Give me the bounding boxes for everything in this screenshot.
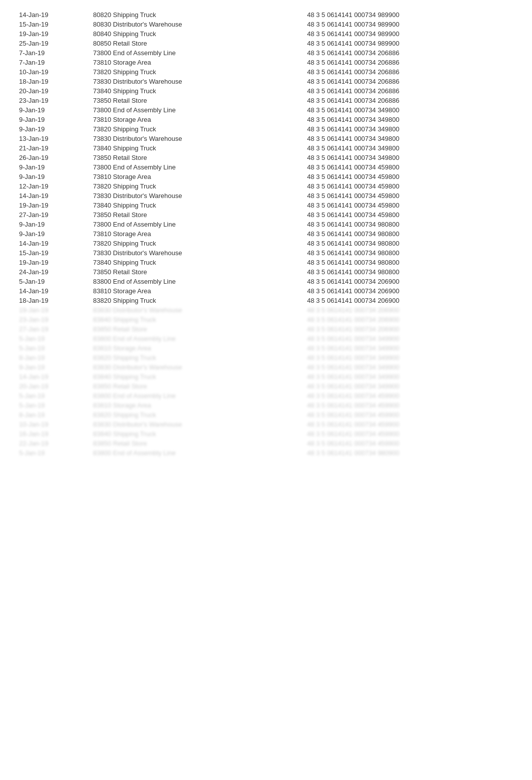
date-cell-blurred: 5-Jan-19 xyxy=(15,401,89,410)
code-cell-blurred: 48 3 5 0614141 000734 206900 xyxy=(303,305,517,315)
code-cell-blurred: 48 3 5 0614141 000734 459900 xyxy=(303,410,517,420)
date-cell: 19-Jan-19 xyxy=(15,258,89,267)
table-row: 25-Jan-1980850 Retail Store48 3 5 061414… xyxy=(15,39,517,48)
date-cell: 18-Jan-19 xyxy=(15,77,89,86)
location-cell: 73800 End of Assembly Line xyxy=(89,105,303,115)
code-cell-blurred: 48 3 5 0614141 000734 349900 xyxy=(303,381,517,391)
date-cell-blurred: 16-Jan-19 xyxy=(15,429,89,439)
table-row: 9-Jan-1973810 Storage Area48 3 5 0614141… xyxy=(15,229,517,239)
table-row-blurred: 8-Jan-1983820 Shipping Truck48 3 5 06141… xyxy=(15,410,517,420)
location-cell: 73850 Retail Store xyxy=(89,96,303,105)
date-cell-blurred: 5-Jan-19 xyxy=(15,343,89,353)
date-cell: 9-Jan-19 xyxy=(15,229,89,239)
date-cell: 26-Jan-19 xyxy=(15,153,89,162)
location-cell-blurred: 83800 End of Assembly Line xyxy=(89,391,303,401)
table-row: 5-Jan-1983800 End of Assembly Line48 3 5… xyxy=(15,277,517,286)
table-row: 14-Jan-1980820 Shipping Truck48 3 5 0614… xyxy=(15,10,517,20)
code-cell: 48 3 5 0614141 000734 989900 xyxy=(303,29,517,39)
location-cell: 73800 End of Assembly Line xyxy=(89,162,303,172)
location-cell-blurred: 83840 Shipping Truck xyxy=(89,372,303,381)
table-row: 9-Jan-1973800 End of Assembly Line48 3 5… xyxy=(15,105,517,115)
table-row: 23-Jan-1973850 Retail Store48 3 5 061414… xyxy=(15,96,517,105)
code-cell: 48 3 5 0614141 000734 980800 xyxy=(303,258,517,267)
location-cell: 73830 Distributor's Warehouse xyxy=(89,77,303,86)
location-cell-blurred: 83820 Shipping Truck xyxy=(89,410,303,420)
code-cell: 48 3 5 0614141 000734 989900 xyxy=(303,20,517,29)
date-cell-blurred: 5-Jan-19 xyxy=(15,334,89,343)
location-cell: 73820 Shipping Truck xyxy=(89,181,303,191)
code-cell-blurred: 48 3 5 0614141 000734 206900 xyxy=(303,315,517,324)
location-cell: 80850 Retail Store xyxy=(89,39,303,48)
table-row-blurred: 5-Jan-1983810 Storage Area48 3 5 0614141… xyxy=(15,401,517,410)
date-cell-blurred: 19-Jan-19 xyxy=(15,305,89,315)
table-row: 15-Jan-1973830 Distributor's Warehouse48… xyxy=(15,248,517,258)
location-cell-blurred: 83810 Storage Area xyxy=(89,401,303,410)
date-cell: 14-Jan-19 xyxy=(15,286,89,296)
code-cell: 48 3 5 0614141 000734 349800 xyxy=(303,143,517,153)
table-row: 9-Jan-1973810 Storage Area48 3 5 0614141… xyxy=(15,172,517,181)
location-cell-blurred: 83830 Distributor's Warehouse xyxy=(89,362,303,372)
table-row: 9-Jan-1973820 Shipping Truck48 3 5 06141… xyxy=(15,124,517,134)
table-row-blurred: 5-Jan-1983800 End of Assembly Line48 3 5… xyxy=(15,448,517,458)
table-row: 18-Jan-1973830 Distributor's Warehouse48… xyxy=(15,77,517,86)
date-cell: 10-Jan-19 xyxy=(15,67,89,77)
code-cell: 48 3 5 0614141 000734 349800 xyxy=(303,153,517,162)
code-cell: 48 3 5 0614141 000734 206900 xyxy=(303,277,517,286)
code-cell: 48 3 5 0614141 000734 349800 xyxy=(303,105,517,115)
date-cell: 9-Jan-19 xyxy=(15,115,89,124)
date-cell: 7-Jan-19 xyxy=(15,48,89,58)
code-cell-blurred: 48 3 5 0614141 000734 980900 xyxy=(303,448,517,458)
table-row-blurred: 22-Jan-1983850 Retail Store48 3 5 061414… xyxy=(15,439,517,448)
location-cell-blurred: 83800 End of Assembly Line xyxy=(89,334,303,343)
code-cell-blurred: 48 3 5 0614141 000734 459900 xyxy=(303,420,517,429)
location-cell: 80840 Shipping Truck xyxy=(89,29,303,39)
date-cell: 9-Jan-19 xyxy=(15,172,89,181)
date-cell: 21-Jan-19 xyxy=(15,143,89,153)
code-cell: 48 3 5 0614141 000734 206886 xyxy=(303,96,517,105)
table-row-blurred: 10-Jan-1983830 Distributor's Warehouse48… xyxy=(15,420,517,429)
date-cell: 15-Jan-19 xyxy=(15,20,89,29)
location-cell: 83810 Storage Area xyxy=(89,286,303,296)
table-row-blurred: 8-Jan-1983820 Shipping Truck48 3 5 06141… xyxy=(15,353,517,362)
code-cell: 48 3 5 0614141 000734 206886 xyxy=(303,48,517,58)
location-cell: 73850 Retail Store xyxy=(89,210,303,220)
table-row: 9-Jan-1973800 End of Assembly Line48 3 5… xyxy=(15,220,517,229)
date-cell: 25-Jan-19 xyxy=(15,39,89,48)
table-row: 19-Jan-1973840 Shipping Truck48 3 5 0614… xyxy=(15,258,517,267)
table-row: 7-Jan-1973800 End of Assembly Line48 3 5… xyxy=(15,48,517,58)
location-cell: 73800 End of Assembly Line xyxy=(89,48,303,58)
table-row-blurred: 23-Jan-1983840 Shipping Truck48 3 5 0614… xyxy=(15,315,517,324)
date-cell-blurred: 8-Jan-19 xyxy=(15,410,89,420)
table-row: 20-Jan-1973840 Shipping Truck48 3 5 0614… xyxy=(15,86,517,96)
table-row-blurred: 20-Jan-1983850 Retail Store48 3 5 061414… xyxy=(15,381,517,391)
date-cell-blurred: 20-Jan-19 xyxy=(15,381,89,391)
code-cell-blurred: 48 3 5 0614141 000734 349900 xyxy=(303,372,517,381)
date-cell: 13-Jan-19 xyxy=(15,134,89,143)
location-cell-blurred: 83810 Storage Area xyxy=(89,343,303,353)
date-cell: 19-Jan-19 xyxy=(15,201,89,210)
location-cell-blurred: 83840 Shipping Truck xyxy=(89,429,303,439)
table-row-blurred: 27-Jan-1983850 Retail Store48 3 5 061414… xyxy=(15,324,517,334)
date-cell-blurred: 10-Jan-19 xyxy=(15,420,89,429)
code-cell: 48 3 5 0614141 000734 459800 xyxy=(303,201,517,210)
date-cell: 19-Jan-19 xyxy=(15,29,89,39)
date-cell: 5-Jan-19 xyxy=(15,277,89,286)
code-cell-blurred: 48 3 5 0614141 000734 459900 xyxy=(303,401,517,410)
code-cell: 48 3 5 0614141 000734 349800 xyxy=(303,134,517,143)
code-cell: 48 3 5 0614141 000734 349800 xyxy=(303,115,517,124)
location-cell: 73800 End of Assembly Line xyxy=(89,220,303,229)
location-cell-blurred: 83820 Shipping Truck xyxy=(89,353,303,362)
table-row: 27-Jan-1973850 Retail Store48 3 5 061414… xyxy=(15,210,517,220)
location-cell: 83800 End of Assembly Line xyxy=(89,277,303,286)
code-cell-blurred: 48 3 5 0614141 000734 349900 xyxy=(303,353,517,362)
table-row: 14-Jan-1973830 Distributor's Warehouse48… xyxy=(15,191,517,201)
table-row: 14-Jan-1973820 Shipping Truck48 3 5 0614… xyxy=(15,239,517,248)
table-row: 24-Jan-1973850 Retail Store48 3 5 061414… xyxy=(15,267,517,277)
code-cell: 48 3 5 0614141 000734 206900 xyxy=(303,296,517,305)
location-cell: 73840 Shipping Truck xyxy=(89,143,303,153)
code-cell-blurred: 48 3 5 0614141 000734 459900 xyxy=(303,439,517,448)
code-cell: 48 3 5 0614141 000734 459800 xyxy=(303,210,517,220)
date-cell-blurred: 27-Jan-19 xyxy=(15,324,89,334)
date-cell-blurred: 9-Jan-19 xyxy=(15,362,89,372)
table-row: 14-Jan-1983810 Storage Area48 3 5 061414… xyxy=(15,286,517,296)
